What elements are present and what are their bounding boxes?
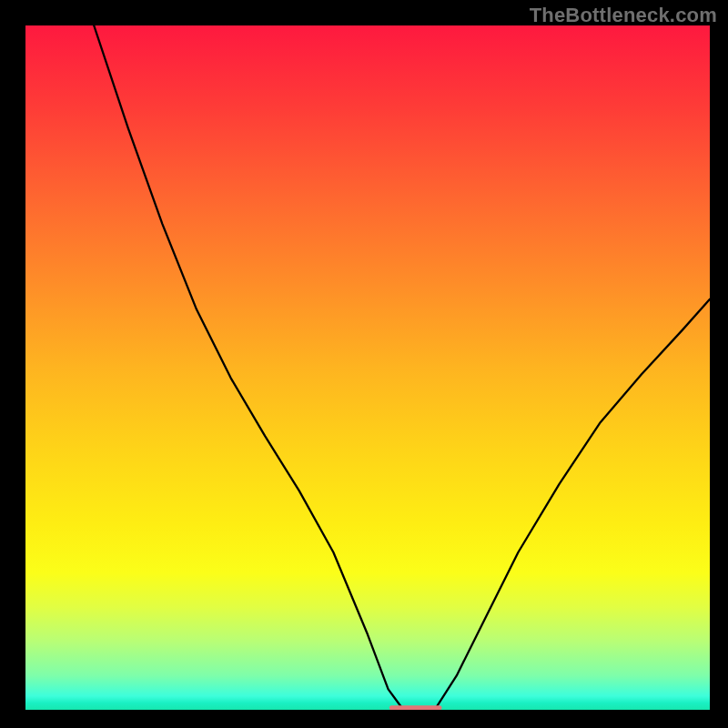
plot-area bbox=[25, 25, 710, 710]
page-root: TheBottleneck.com bbox=[0, 0, 728, 728]
curve-right bbox=[436, 299, 710, 708]
watermark-text: TheBottleneck.com bbox=[530, 4, 717, 27]
plot-svg bbox=[25, 25, 710, 710]
curve-left bbox=[94, 25, 401, 708]
